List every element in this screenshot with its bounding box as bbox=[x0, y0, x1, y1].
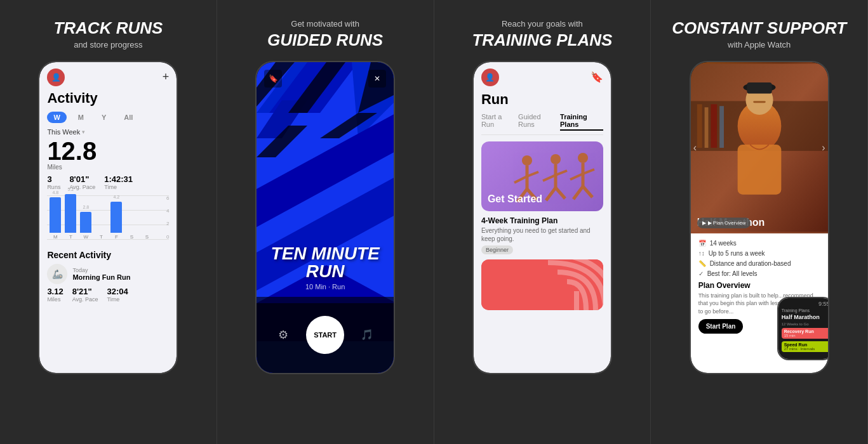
panel-track-runs: TRACK RUNS and store progress 👤 + Activi… bbox=[0, 0, 217, 444]
runs-text: Up to 5 runs a week bbox=[709, 250, 765, 257]
weeks-text: 14 weeks bbox=[710, 240, 737, 247]
svg-line-31 bbox=[583, 186, 592, 197]
activity-top-bar: 👤 + bbox=[47, 69, 169, 86]
panel-3-main-title: TRAINING PLANS bbox=[472, 31, 612, 49]
left-nav-icon[interactable]: ‹ bbox=[693, 142, 697, 153]
stat-time-value: 1:42:31 bbox=[104, 174, 133, 184]
settings-icon[interactable]: ⚙ bbox=[273, 325, 293, 345]
training-inner: 👤 🔖 Run Start a Run Guided Runs Training… bbox=[474, 62, 611, 373]
tab-training-plans[interactable]: Training Plans bbox=[560, 113, 603, 131]
svg-line-29 bbox=[583, 169, 594, 174]
second-training-card[interactable] bbox=[481, 259, 603, 310]
recent-time-value: 32:04 bbox=[107, 287, 128, 296]
start-plan-label: Start Plan bbox=[706, 323, 736, 330]
recent-stats: 3.12 Miles 8'21" Avg. Pace 32:04 Time bbox=[47, 287, 169, 303]
bar-t1-label: T bbox=[69, 234, 72, 240]
stat-time-label: Time bbox=[104, 184, 133, 190]
best-icon: ✓ bbox=[698, 270, 704, 277]
bar-sunday: S bbox=[141, 231, 152, 240]
start-plan-button[interactable]: Start Plan bbox=[698, 319, 744, 334]
panel-2-header: Get motivated with GUIDED RUNS bbox=[267, 19, 383, 49]
guided-run-title: TEN MINUTE RUN bbox=[257, 245, 394, 280]
right-nav-icon[interactable]: › bbox=[822, 142, 825, 153]
bar-w-label: W bbox=[84, 234, 89, 240]
svg-rect-44 bbox=[737, 145, 781, 195]
recent-run-name: Morning Fun Run bbox=[72, 273, 130, 281]
guided-run-sub: 10 Min · Run bbox=[257, 283, 394, 291]
stat-runs: 3 Runs bbox=[47, 174, 60, 190]
bookmark-icon[interactable]: 🔖 bbox=[264, 70, 282, 88]
watch-recovery-run: Recovery Run 15 min bbox=[782, 328, 829, 339]
big-distance: 12.8 bbox=[47, 138, 169, 164]
calendar-icon: 📅 bbox=[698, 240, 706, 247]
start-label: START bbox=[314, 331, 337, 339]
recent-run-info: Today Morning Fun Run bbox=[72, 267, 130, 281]
svg-line-17 bbox=[527, 172, 538, 176]
bar-s1-value bbox=[126, 232, 137, 233]
tab-y[interactable]: Y bbox=[95, 112, 112, 123]
bookmark-btn[interactable]: 🔖 bbox=[591, 71, 603, 83]
recent-run-item: 🦾 Today Morning Fun Run bbox=[47, 264, 169, 284]
person-photo: ‹ › Half Marathon ▶ ▶ Plan Overview bbox=[691, 62, 828, 233]
recent-miles: 3.12 Miles bbox=[47, 287, 63, 303]
watch-time: 9:55 bbox=[782, 301, 829, 307]
tab-w[interactable]: W bbox=[47, 112, 66, 123]
phone-1: 👤 + Activity W M Y All This Week ▾ 12.8 … bbox=[38, 61, 178, 374]
bar-friday: 4.2 F bbox=[110, 196, 122, 240]
panel-3-header: Reach your goals with TRAINING PLANS bbox=[472, 19, 612, 49]
recent-date: Today bbox=[72, 267, 130, 273]
svg-rect-36 bbox=[704, 107, 708, 148]
svg-rect-37 bbox=[711, 104, 717, 148]
run-icon: 🦾 bbox=[47, 264, 67, 284]
bar-s2-value bbox=[141, 232, 152, 233]
panel-constant-support: CONSTANT SUPPORT with Apple Watch bbox=[651, 0, 868, 444]
recovery-run-name: Recovery Run bbox=[784, 329, 827, 334]
panel-1-sub-title: and store progress bbox=[53, 40, 163, 49]
activity-title: Activity bbox=[47, 90, 169, 107]
music-icon[interactable]: 🎵 bbox=[357, 325, 377, 345]
bar-tuesday: 5.2 T bbox=[65, 188, 76, 240]
plan-desc: Everything you need to get started and k… bbox=[481, 226, 603, 243]
svg-rect-43 bbox=[753, 101, 766, 103]
training-avatar: 👤 bbox=[481, 69, 499, 86]
bar-f-label: F bbox=[115, 234, 118, 240]
training-screen: 👤 🔖 Run Start a Run Guided Runs Training… bbox=[474, 62, 611, 373]
detail-weeks: 📅 14 weeks bbox=[698, 240, 820, 247]
get-started-title: Get Started bbox=[488, 193, 542, 205]
close-icon[interactable]: ✕ bbox=[368, 70, 386, 88]
best-for-text: Best for: All levels bbox=[707, 270, 758, 277]
tab-start-run[interactable]: Start a Run bbox=[481, 113, 513, 131]
svg-rect-42 bbox=[747, 82, 771, 94]
bar-t2-value bbox=[95, 232, 107, 233]
svg-line-24 bbox=[546, 188, 556, 200]
svg-line-16 bbox=[514, 176, 527, 183]
distance-text: Distance and duration-based bbox=[710, 260, 791, 267]
distance-icon: 📏 bbox=[698, 260, 706, 267]
training-top-bar: 👤 🔖 bbox=[481, 69, 603, 86]
recent-pace-value: 8'21" bbox=[72, 287, 98, 296]
recent-time: 32:04 Time bbox=[107, 287, 128, 303]
panel-3-pre-title: Reach your goals with bbox=[472, 19, 612, 29]
panel-1-main-title: TRACK RUNS bbox=[53, 19, 163, 37]
panel-1-header: TRACK RUNS and store progress bbox=[53, 19, 163, 49]
tab-m[interactable]: M bbox=[72, 112, 90, 123]
geo-background: 🔖 ✕ TEN MINUTE RUN 10 Min · Run ⚙ START … bbox=[257, 62, 394, 373]
training-screen-title: Run bbox=[481, 91, 603, 108]
bar-m-value bbox=[50, 197, 61, 233]
bar-wednesday: 2.8 W bbox=[80, 206, 91, 240]
plan-overview-button[interactable]: ▶ ▶ Plan Overview bbox=[697, 218, 751, 228]
plan-name: 4-Week Training Plan bbox=[481, 216, 603, 225]
recent-miles-value: 3.12 bbox=[47, 287, 63, 296]
start-button[interactable]: START bbox=[306, 316, 344, 354]
watch-screen-inner: 9:55 Training Plans Half Marathon 12 Wee… bbox=[778, 298, 829, 359]
bar-m-label: M bbox=[53, 234, 58, 240]
tab-all[interactable]: All bbox=[117, 112, 139, 123]
bar-t-value bbox=[65, 194, 76, 233]
stat-runs-value: 3 bbox=[47, 174, 60, 184]
tab-guided-runs[interactable]: Guided Runs bbox=[518, 113, 555, 131]
watch-weeks: 12 Weeks to Go bbox=[782, 322, 829, 326]
add-icon[interactable]: + bbox=[163, 70, 170, 84]
bar-thursday: T bbox=[95, 231, 107, 240]
recovery-run-time: 15 min bbox=[784, 334, 827, 337]
get-started-card[interactable]: Get Started bbox=[481, 141, 603, 211]
